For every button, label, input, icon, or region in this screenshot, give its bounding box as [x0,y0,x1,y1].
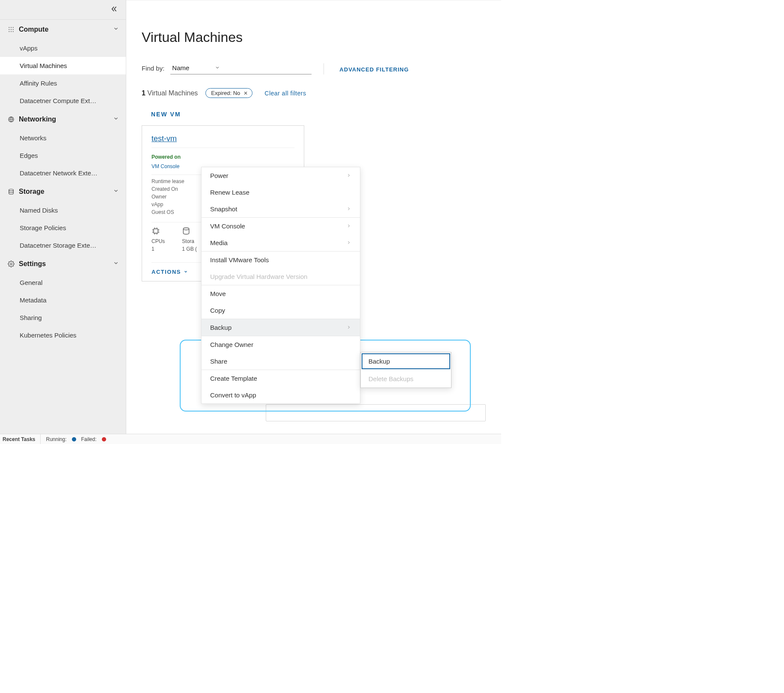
storage-icon [182,227,197,237]
chevron-down-icon [113,26,119,33]
filter-chip-expired[interactable]: Expired: No ✕ [205,88,252,98]
svg-point-6 [9,31,9,32]
svg-point-3 [9,29,9,30]
find-input[interactable] [222,62,312,74]
backup-submenu: BackupDelete Backups [360,352,451,388]
sidebar-item-kubernetes-policies[interactable]: Kubernetes Policies [0,326,126,344]
sidebar-item-metadata[interactable]: Metadata [0,291,126,309]
cpu-icon [151,227,165,237]
svg-point-2 [13,27,14,28]
sidebar-item-virtual-machines[interactable]: Virtual Machines [0,57,126,74]
menu-item-media[interactable]: Media [202,234,360,251]
close-icon[interactable]: ✕ [244,90,248,96]
storage-label: Stora [182,238,197,244]
svg-point-7 [11,31,12,32]
recent-tasks-bar[interactable]: Recent Tasks Running: Failed: [0,434,501,444]
svg-point-10 [9,189,14,191]
svg-point-0 [9,27,9,28]
failed-label: Failed: [81,436,97,442]
svg-rect-12 [154,229,158,233]
chevron-right-icon [346,205,351,213]
sidebar-item-edges[interactable]: Edges [0,147,126,164]
chevron-down-icon [113,116,119,123]
svg-point-1 [11,27,12,28]
cpus-value: 1 [151,246,165,252]
vm-name-link[interactable]: test-vm [151,134,177,143]
filter-chip-label: Expired: No [211,90,240,96]
menu-item-power[interactable]: Power [202,167,360,184]
svg-point-4 [11,29,12,30]
sidebar-item-vapps[interactable]: vApps [0,39,126,57]
sidebar-item-datacetner-compute-ext[interactable]: Datacetner Compute Ext… [0,92,126,110]
menu-item-snapshot[interactable]: Snapshot [202,201,360,217]
menu-item-renew-lease[interactable]: Renew Lease [202,184,360,201]
sidebar-section-settings[interactable]: Settings [0,254,126,274]
filter-row: 1 Virtual Machines Expired: No ✕ Clear a… [142,88,486,98]
svg-point-11 [10,263,12,265]
sidebar-section-compute[interactable]: Compute [0,20,126,39]
menu-item-change-owner[interactable]: Change Owner [202,336,360,353]
chevron-right-icon [346,172,351,179]
running-indicator-icon [72,437,76,441]
sidebar-item-general[interactable]: General [0,274,126,291]
find-row: Find by: Name ADVANCED FILTERING [142,62,486,74]
sidebar-section-networking[interactable]: Networking [0,110,126,129]
recent-tasks-label: Recent Tasks [3,436,35,442]
chevron-right-icon [346,222,351,230]
svg-point-13 [184,228,189,230]
advanced-filtering-link[interactable]: ADVANCED FILTERING [339,66,409,74]
storage-value: 1 GB ( [182,246,197,252]
svg-point-8 [13,31,14,32]
clear-filters-link[interactable]: Clear all filters [264,90,306,97]
chevron-right-icon [346,239,351,246]
cpus-label: CPUs [151,238,165,244]
sidebar-item-networks[interactable]: Networks [0,129,126,147]
sidebar-item-sharing[interactable]: Sharing [0,309,126,326]
submenu-item-backup[interactable]: Backup [361,352,451,370]
sidebar-section-storage[interactable]: Storage [0,182,126,201]
menu-item-backup[interactable]: Backup [202,319,360,336]
menu-item-move[interactable]: Move [202,285,360,302]
find-by-select[interactable]: Name [170,62,222,74]
sidebar-item-storage-policies[interactable]: Storage Policies [0,219,126,237]
actions-context-menu: PowerRenew LeaseSnapshotVM ConsoleMediaI… [201,167,360,404]
chevron-down-icon [113,188,119,195]
find-by-label: Find by: [142,65,164,74]
sidebar-collapse[interactable] [0,0,126,20]
find-by-value: Name [172,64,189,71]
chevron-down-icon [215,64,220,71]
chevron-right-icon [346,324,351,331]
failed-indicator-icon [102,437,106,441]
sidebar-item-named-disks[interactable]: Named Disks [0,201,126,219]
chevron-down-icon [113,260,119,268]
menu-item-convert-to-vapp[interactable]: Convert to vApp [202,387,360,403]
menu-item-create-template[interactable]: Create Template [202,370,360,387]
submenu-item-delete-backups: Delete Backups [361,370,451,388]
menu-item-upgrade-virtual-hardware-version: Upgrade Virtual Hardware Version [202,268,360,285]
menu-item-vm-console[interactable]: VM Console [202,218,360,234]
chevron-double-left-icon [110,5,118,14]
svg-point-5 [13,29,14,30]
pager-strip[interactable] [266,404,486,421]
sidebar-item-datacetner-network-exte[interactable]: Datacetner Network Exte… [0,164,126,182]
menu-item-copy[interactable]: Copy [202,302,360,319]
menu-item-share[interactable]: Share [202,353,360,370]
result-count: 1 Virtual Machines [142,89,198,97]
new-vm-button[interactable]: NEW VM [151,111,486,118]
sidebar-item-affinity-rules[interactable]: Affinity Rules [0,74,126,92]
menu-item-install-vmware-tools[interactable]: Install VMware Tools [202,252,360,268]
chevron-down-icon [184,269,188,275]
sidebar-item-datacetner-storage-exte[interactable]: Datacetner Storage Exte… [0,237,126,254]
sidebar: ComputevAppsVirtual MachinesAffinity Rul… [0,0,126,444]
divider [324,63,324,74]
vm-power-state: Powered on [151,154,294,160]
page-title: Virtual Machines [142,30,486,45]
running-label: Running: [46,436,66,442]
